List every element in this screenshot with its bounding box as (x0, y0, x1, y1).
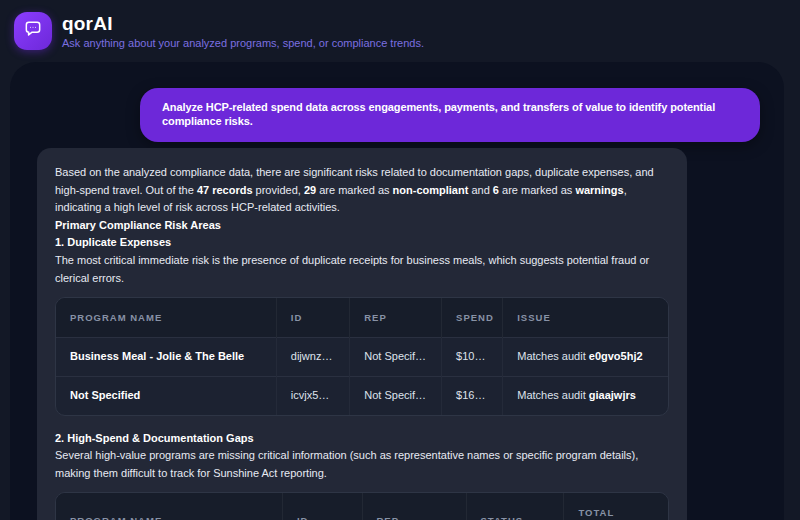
high-spend-table: PROGRAM NAME ID REP STATUS TOTAL SPEND B… (55, 492, 669, 520)
user-message-bubble: Analyze HCP-related spend data across en… (140, 88, 760, 142)
column-header-id: ID (282, 493, 362, 520)
column-header-rep: REP (350, 298, 442, 338)
cell-id: dijwnzc9z (276, 338, 349, 377)
chat-panel: Analyze HCP-related spend data across en… (10, 62, 784, 520)
cell-issue: Matches audit e0gvo5hj2 (503, 338, 668, 377)
column-header-program: PROGRAM NAME (56, 493, 282, 520)
ai-response-card: Based on the analyzed compliance data, t… (37, 148, 687, 520)
column-header-total-spend: TOTAL SPEND (564, 493, 668, 520)
table-header-row: PROGRAM NAME ID REP SPEND ISSUE (56, 298, 668, 338)
chat-bubble-icon (23, 19, 43, 43)
summary-text: Based on the analyzed compliance data, t… (55, 164, 669, 217)
duplicate-expenses-table: PROGRAM NAME ID REP SPEND ISSUE Business… (55, 297, 669, 415)
column-header-spend: SPEND (442, 298, 503, 338)
section-1-body: The most critical immediate risk is the … (55, 252, 669, 287)
cell-issue: Matches audit giaajwjrs (503, 376, 668, 414)
cell-rep: Not Specified (350, 338, 442, 377)
app-header: qorAI Ask anything about your analyzed p… (0, 0, 800, 62)
app-subtitle: Ask anything about your analyzed program… (62, 37, 424, 49)
table-row: Business Meal - Jolie & The Belle dijwnz… (56, 338, 668, 377)
cell-id: icvjx53yc (276, 376, 349, 414)
app-logo (14, 12, 52, 50)
cell-rep: Not Specified (350, 376, 442, 414)
cell-program: Not Specified (56, 376, 276, 414)
column-header-program: PROGRAM NAME (56, 298, 276, 338)
section-2-title: 2. High-Spend & Documentation Gaps (55, 430, 669, 448)
cell-spend: $108.58 (442, 338, 503, 377)
section-2-body: Several high-value programs are missing … (55, 447, 669, 482)
cell-spend: $165.98 (442, 376, 503, 414)
cell-program: Business Meal - Jolie & The Belle (56, 338, 276, 377)
column-header-rep: REP (362, 493, 466, 520)
column-header-status: STATUS (466, 493, 564, 520)
column-header-issue: ISSUE (503, 298, 668, 338)
table-header-row: PROGRAM NAME ID REP STATUS TOTAL SPEND (56, 493, 668, 520)
app-title: qorAI (62, 13, 424, 35)
risk-areas-heading: Primary Compliance Risk Areas (55, 217, 669, 235)
column-header-id: ID (276, 298, 349, 338)
table-row: Not Specified icvjx53yc Not Specified $1… (56, 376, 668, 414)
section-1-title: 1. Duplicate Expenses (55, 234, 669, 252)
